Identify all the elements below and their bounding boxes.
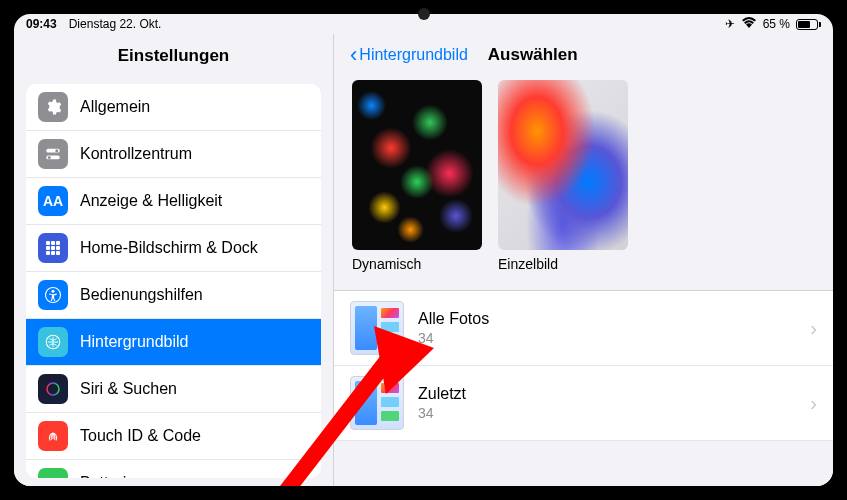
svg-rect-9: [56, 246, 60, 250]
wallpaper-icon: [38, 327, 68, 357]
album-thumbnail: [350, 301, 404, 355]
settings-item-label: Kontrollzentrum: [80, 145, 309, 163]
wallpaper-label: Dynamisch: [352, 256, 482, 272]
album-count: 34: [418, 405, 796, 421]
gear-icon: [38, 92, 68, 122]
settings-list: Allgemein Kontrollzentrum AA Anzeige & H…: [26, 84, 321, 478]
settings-item-label: Home-Bildschirm & Dock: [80, 239, 309, 257]
svg-point-14: [52, 290, 55, 293]
svg-rect-12: [56, 251, 60, 255]
airplane-mode-icon: ✈︎: [725, 17, 735, 31]
settings-item-accessibility[interactable]: Bedienungshilfen: [26, 272, 321, 319]
settings-item-label: Batterie: [80, 474, 309, 478]
screen: 09:43 Dienstag 22. Okt. ✈︎ 65 % Einstell…: [14, 14, 833, 486]
sidebar-title: Einstellungen: [14, 34, 333, 76]
camera-notch: [418, 8, 430, 20]
battery-icon: [38, 468, 68, 478]
detail-title: Auswählen: [488, 45, 578, 65]
detail-pane: ‹ Hintergrundbild Auswählen Dynamisch Ei…: [334, 34, 833, 486]
settings-item-control-center[interactable]: Kontrollzentrum: [26, 131, 321, 178]
settings-item-label: Siri & Suchen: [80, 380, 309, 398]
battery-icon: [796, 19, 821, 30]
settings-item-general[interactable]: Allgemein: [26, 84, 321, 131]
settings-item-battery[interactable]: Batterie: [26, 460, 321, 478]
settings-item-label: Bedienungshilfen: [80, 286, 309, 304]
svg-rect-7: [46, 246, 50, 250]
album-recents[interactable]: Zuletzt 34 ›: [334, 366, 833, 441]
fingerprint-icon: [38, 421, 68, 451]
svg-rect-11: [51, 251, 55, 255]
wallpaper-thumbnail: [498, 80, 628, 250]
settings-item-label: Touch ID & Code: [80, 427, 309, 445]
album-thumbnail: [350, 376, 404, 430]
toggles-icon: [38, 139, 68, 169]
status-date: Dienstag 22. Okt.: [69, 17, 162, 31]
album-name: Alle Fotos: [418, 310, 796, 328]
back-label: Hintergrundbild: [359, 46, 468, 64]
text-size-icon: AA: [38, 186, 68, 216]
svg-rect-6: [56, 241, 60, 245]
app-grid-icon: [38, 233, 68, 263]
status-time: 09:43: [26, 17, 57, 31]
settings-item-home-screen[interactable]: Home-Bildschirm & Dock: [26, 225, 321, 272]
photo-albums-list: Alle Fotos 34 › Zuletzt 34 ›: [334, 290, 833, 441]
detail-header: ‹ Hintergrundbild Auswählen: [334, 34, 833, 74]
wifi-icon: [741, 17, 757, 31]
settings-sidebar: Einstellungen Allgemein Kontrollzentrum …: [14, 34, 334, 486]
svg-rect-8: [51, 246, 55, 250]
settings-item-display[interactable]: AA Anzeige & Helligkeit: [26, 178, 321, 225]
svg-point-16: [47, 383, 59, 395]
settings-item-label: Hintergrundbild: [80, 333, 309, 351]
wallpaper-type-grid: Dynamisch Einzelbild: [334, 74, 833, 282]
chevron-left-icon: ‹: [350, 44, 357, 66]
album-name: Zuletzt: [418, 385, 796, 403]
device-frame: 09:43 Dienstag 22. Okt. ✈︎ 65 % Einstell…: [0, 0, 847, 500]
wallpaper-static[interactable]: Einzelbild: [498, 80, 628, 272]
accessibility-icon: [38, 280, 68, 310]
album-all-photos[interactable]: Alle Fotos 34 ›: [334, 291, 833, 366]
svg-point-1: [55, 149, 58, 152]
settings-item-siri[interactable]: Siri & Suchen: [26, 366, 321, 413]
chevron-right-icon: ›: [810, 392, 817, 415]
wallpaper-dynamic[interactable]: Dynamisch: [352, 80, 482, 272]
back-button[interactable]: ‹ Hintergrundbild: [350, 44, 468, 66]
svg-rect-10: [46, 251, 50, 255]
settings-item-label: Allgemein: [80, 98, 309, 116]
wallpaper-label: Einzelbild: [498, 256, 628, 272]
chevron-right-icon: ›: [810, 317, 817, 340]
siri-icon: [38, 374, 68, 404]
settings-item-label: Anzeige & Helligkeit: [80, 192, 309, 210]
settings-item-wallpaper[interactable]: Hintergrundbild: [26, 319, 321, 366]
svg-point-3: [48, 156, 51, 159]
battery-percentage: 65 %: [763, 17, 790, 31]
album-count: 34: [418, 330, 796, 346]
settings-item-touchid[interactable]: Touch ID & Code: [26, 413, 321, 460]
svg-rect-5: [51, 241, 55, 245]
wallpaper-thumbnail: [352, 80, 482, 250]
svg-rect-4: [46, 241, 50, 245]
